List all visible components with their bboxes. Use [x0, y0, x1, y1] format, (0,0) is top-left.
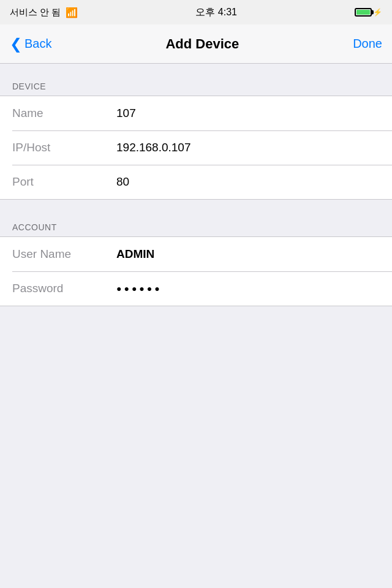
- carrier-text: 서비스 안 됨: [10, 7, 61, 18]
- battery-fill: [356, 10, 370, 15]
- page-footer: [0, 306, 392, 564]
- done-button[interactable]: Done: [353, 37, 382, 51]
- status-time: 오후 4:31: [195, 6, 237, 19]
- back-button[interactable]: ❮ Back: [10, 37, 51, 51]
- battery-body: [355, 8, 372, 17]
- table-row[interactable]: Port 80: [0, 165, 392, 199]
- password-value: ●●●●●●: [116, 284, 380, 293]
- table-row[interactable]: User Name ADMIN: [0, 237, 392, 271]
- section-gap-top: [0, 64, 392, 76]
- navigation-bar: ❮ Back Add Device Done: [0, 24, 392, 64]
- charging-bolt: ⚡: [373, 8, 382, 17]
- iphost-label: IP/Host: [12, 141, 116, 154]
- table-row[interactable]: Name 107: [0, 96, 392, 130]
- device-section-header: DEVICE: [0, 76, 392, 96]
- account-section-header: ACCOUNT: [0, 217, 392, 236]
- status-right: ⚡: [355, 8, 382, 17]
- device-table: Name 107 IP/Host 192.168.0.107 Port 80: [0, 96, 392, 200]
- table-row[interactable]: IP/Host 192.168.0.107: [0, 130, 392, 165]
- back-label: Back: [24, 37, 51, 51]
- name-value: 107: [116, 107, 380, 120]
- table-row[interactable]: Password ●●●●●●: [0, 271, 392, 306]
- port-value: 80: [116, 175, 380, 189]
- page-title: Add Device: [165, 36, 239, 52]
- section-gap-middle: [0, 200, 392, 217]
- account-section-label: ACCOUNT: [12, 222, 57, 232]
- status-bar: 서비스 안 됨 📶 오후 4:31 ⚡: [0, 0, 392, 24]
- wifi-icon: 📶: [66, 7, 78, 18]
- name-label: Name: [12, 107, 116, 120]
- port-label: Port: [12, 175, 116, 189]
- back-chevron-icon: ❮: [10, 37, 22, 51]
- status-carrier: 서비스 안 됨 📶: [10, 7, 78, 18]
- iphost-value: 192.168.0.107: [116, 141, 380, 154]
- password-label: Password: [12, 282, 116, 295]
- battery-icon: ⚡: [355, 8, 382, 17]
- username-value: ADMIN: [116, 247, 380, 261]
- username-label: User Name: [12, 247, 116, 261]
- account-table: User Name ADMIN Password ●●●●●●: [0, 236, 392, 306]
- device-section-label: DEVICE: [12, 81, 46, 91]
